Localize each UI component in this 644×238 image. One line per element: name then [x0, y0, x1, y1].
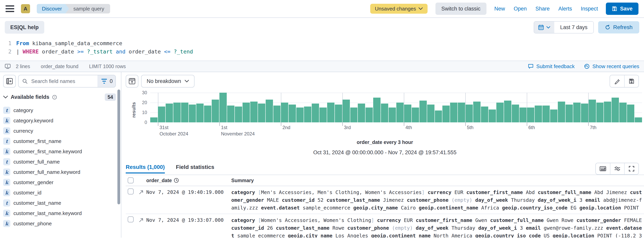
breadcrumb-title[interactable]: sample query — [65, 4, 110, 14]
field-filters-button[interactable]: 0 — [98, 75, 116, 87]
editor-lines-count: 2 lines — [16, 64, 30, 69]
chevron-down-icon — [3, 96, 8, 99]
column-header-summary: Summary — [231, 178, 644, 183]
row-checkbox[interactable] — [128, 188, 134, 194]
chart-plot-area[interactable] — [150, 93, 642, 122]
field-name: customer_first_name — [14, 138, 62, 144]
available-fields-count: 54 — [105, 93, 116, 101]
history-clock-icon — [584, 64, 590, 69]
esql-editor[interactable]: 1From kibana_sample_data_ecommerce2| WHE… — [0, 37, 644, 61]
save-button[interactable]: Save — [606, 3, 638, 15]
collapse-sidebar-button[interactable] — [3, 75, 16, 87]
keyboard-shortcuts-button[interactable] — [596, 163, 610, 174]
available-fields-label: Available fields — [11, 94, 50, 100]
floppy-disk-icon — [612, 6, 617, 12]
nav-link-open[interactable]: Open — [514, 6, 527, 12]
field-item-customer_gender[interactable]: k customer_gender — [3, 177, 116, 187]
keyboard-icon — [600, 166, 606, 171]
search-field-names-input[interactable] — [30, 75, 98, 87]
summary-cell: category [Women's Accessories, Women's C… — [231, 216, 644, 237]
field-name: customer_last_name.keyword — [14, 210, 82, 216]
line-number: 2 — [0, 48, 12, 56]
fullscreen-button[interactable] — [624, 163, 638, 174]
main-panel: No breakdown results 3020100 31stOctober… — [121, 72, 644, 237]
field-type-badge: k — [3, 127, 10, 135]
breadcrumb: Discover sample query — [37, 4, 110, 14]
fields-sidebar: 0 Available fields ? 54 t category k cat… — [0, 72, 121, 237]
table-header-row: order_date Summary — [126, 175, 644, 186]
field-item-customer_id[interactable]: k customer_id — [3, 187, 116, 198]
field-type-badge: k — [3, 179, 10, 186]
tab-results[interactable]: Results (1,000) — [126, 164, 165, 173]
space-avatar[interactable]: A — [21, 4, 30, 13]
nav-link-new[interactable]: New — [494, 6, 505, 12]
field-item-customer_last_name.keyword[interactable]: k customer_last_name.keyword — [3, 208, 116, 218]
filter-icon — [102, 79, 107, 84]
fullscreen-icon — [628, 166, 634, 172]
clock-icon — [174, 178, 179, 183]
field-item-currency[interactable]: k currency — [3, 126, 116, 136]
save-visualization-button[interactable] — [624, 75, 638, 87]
field-item-customer_last_name[interactable]: t customer_last_name — [3, 198, 116, 208]
field-type-badge: t — [3, 158, 10, 165]
field-name: customer_full_name — [14, 159, 60, 165]
field-type-badge: k — [3, 210, 10, 217]
unsaved-changes-label: Unsaved changes — [375, 6, 416, 12]
recent-queries-link[interactable]: Show recent queries — [584, 63, 639, 69]
line-number: 1 — [0, 39, 12, 48]
sidebar-scrollbar[interactable] — [118, 89, 120, 204]
menu-icon[interactable] — [6, 4, 14, 13]
submit-feedback-link[interactable]: Submit feedback — [528, 63, 574, 69]
field-item-customer_first_name[interactable]: t customer_first_name — [3, 136, 116, 146]
expand-row-button[interactable] — [136, 188, 146, 212]
order-date-cell: Nov 7, 2024 @ 19:40:19.000 — [146, 188, 231, 212]
hide-chart-button[interactable] — [126, 75, 138, 87]
field-type-badge: k — [3, 189, 10, 196]
field-item-customer_phone[interactable]: k customer_phone — [3, 218, 116, 229]
editor-line[interactable]: 1From kibana_sample_data_ecommerce — [0, 39, 644, 48]
nav-link-inspect[interactable]: Inspect — [581, 6, 598, 12]
refresh-icon — [605, 25, 610, 30]
field-name: customer_first_name.keyword — [14, 149, 82, 155]
expand-row-button[interactable] — [136, 216, 146, 237]
svg-text:?: ? — [54, 96, 55, 99]
breadcrumb-discover[interactable]: Discover — [37, 4, 69, 14]
edit-visualization-button[interactable] — [610, 75, 624, 87]
nav-link-alerts[interactable]: Alerts — [558, 6, 572, 12]
select-all-checkbox[interactable] — [128, 177, 134, 183]
help-icon[interactable]: ? — [52, 95, 57, 100]
date-quick-select-button[interactable] — [534, 22, 554, 33]
esql-help-button[interactable]: ES|QL help — [5, 21, 44, 34]
field-name: category.keyword — [14, 117, 53, 124]
field-filter-count: 0 — [110, 78, 113, 84]
results-tabs: Results (1,000) Field statistics — [126, 163, 644, 175]
time-range-value[interactable]: Last 7 days — [554, 22, 594, 33]
y-axis-ticks: 3020100 — [136, 93, 147, 122]
field-item-customer_full_name[interactable]: t customer_full_name — [3, 157, 116, 167]
breakdown-select[interactable]: No breakdown — [141, 75, 194, 87]
row-checkbox[interactable] — [128, 216, 134, 222]
field-item-category[interactable]: t category — [3, 105, 116, 115]
code-line: From kibana_sample_data_ecommerce — [12, 39, 122, 48]
field-name: customer_full_name.keyword — [14, 169, 80, 175]
display-options-button[interactable] — [610, 163, 624, 174]
tab-field-statistics[interactable]: Field statistics — [176, 164, 214, 173]
table-body: Nov 7, 2024 @ 19:40:19.000 category [Men… — [126, 186, 644, 237]
nav-link-share[interactable]: Share — [536, 6, 550, 12]
chevron-down-icon — [546, 26, 550, 29]
x-axis-ticks: 31stOctober 20241stNovember 20242nd3rd4t… — [150, 123, 642, 137]
field-item-customer_first_name.keyword[interactable]: k customer_first_name.keyword — [3, 146, 116, 157]
available-fields-header[interactable]: Available fields ? 54 — [3, 93, 116, 101]
unsaved-changes-badge[interactable]: Unsaved changes — [370, 4, 428, 14]
field-search: 0 — [18, 75, 116, 87]
switch-to-classic-button[interactable]: Switch to classic — [436, 3, 486, 15]
editor-line[interactable]: 2| WHERE order_date >= ?_tstart and orde… — [0, 48, 644, 56]
order-date-cell: Nov 7, 2024 @ 19:33:07.000 — [146, 216, 231, 237]
refresh-button[interactable]: Refresh — [598, 21, 639, 34]
field-item-customer_full_name.keyword[interactable]: k customer_full_name.keyword — [3, 167, 116, 177]
field-item-category.keyword[interactable]: k category.keyword — [3, 115, 116, 126]
column-header-order-date[interactable]: order_date — [146, 178, 231, 183]
submit-feedback-label: Submit feedback — [536, 63, 574, 69]
header-nav-links: NewOpenShareAlertsInspect — [494, 6, 598, 12]
editor-limit: LIMIT 1000 rows — [89, 64, 126, 69]
